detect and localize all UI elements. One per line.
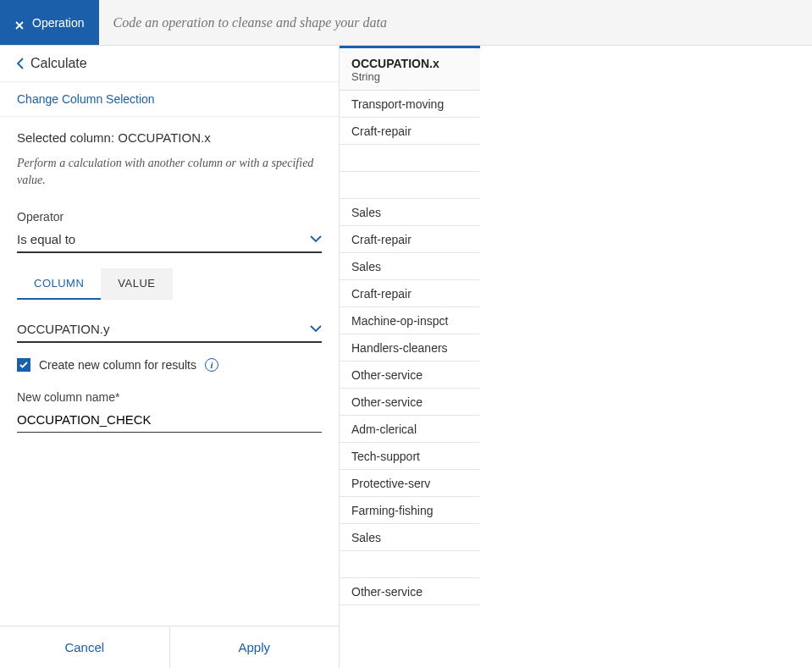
check-icon bbox=[19, 362, 28, 368]
cancel-button[interactable]: Cancel bbox=[0, 627, 170, 668]
preview-rows: Transport-movingCraft-repairSalesCraft-r… bbox=[340, 91, 812, 668]
create-new-column-checkbox[interactable] bbox=[17, 358, 30, 372]
operation-tag-label: Operation bbox=[32, 16, 84, 30]
table-cell[interactable]: Handlers-cleaners bbox=[340, 334, 480, 362]
preview-column-header[interactable]: OCCUPATION.x String bbox=[340, 46, 480, 91]
operation-tag[interactable]: Operation bbox=[0, 0, 99, 45]
comparison-tabs: COLUMN VALUE bbox=[17, 268, 173, 300]
chevron-down-icon bbox=[310, 235, 322, 242]
table-cell[interactable]: Other-service bbox=[340, 389, 480, 416]
apply-button[interactable]: Apply bbox=[170, 627, 340, 668]
info-icon[interactable]: i bbox=[205, 358, 218, 372]
table-cell[interactable]: Craft-repair bbox=[340, 118, 480, 145]
create-new-column-label: Create new column for results bbox=[39, 358, 196, 372]
table-cell[interactable]: Farming-fishing bbox=[340, 497, 480, 524]
table-cell[interactable]: Sales bbox=[340, 253, 480, 280]
table-cell[interactable] bbox=[340, 145, 480, 172]
operator-select[interactable]: Is equal to bbox=[17, 229, 322, 253]
table-cell[interactable]: Other-service bbox=[340, 362, 480, 389]
change-column-link[interactable]: Change Column Selection bbox=[0, 82, 339, 117]
operator-label: Operator bbox=[17, 210, 322, 224]
table-cell[interactable]: Craft-repair bbox=[340, 226, 480, 253]
table-cell[interactable]: Craft-repair bbox=[340, 280, 480, 307]
chevron-left-icon bbox=[17, 58, 24, 69]
tab-value[interactable]: VALUE bbox=[101, 268, 172, 300]
chevron-down-icon bbox=[310, 325, 322, 332]
selected-column-label: Selected column: OCCUPATION.x bbox=[17, 130, 322, 145]
command-input[interactable] bbox=[113, 15, 798, 30]
table-cell[interactable]: Other-service bbox=[340, 578, 480, 605]
help-text: Perform a calculation with another colum… bbox=[17, 155, 322, 190]
new-column-name-input[interactable] bbox=[17, 409, 322, 433]
panel-title: Calculate bbox=[30, 56, 87, 71]
breadcrumb-back[interactable]: Calculate bbox=[0, 46, 339, 82]
table-cell[interactable]: Protective-serv bbox=[340, 470, 480, 497]
table-cell[interactable] bbox=[340, 551, 480, 578]
table-cell[interactable]: Sales bbox=[340, 524, 480, 551]
tab-column[interactable]: COLUMN bbox=[17, 268, 101, 300]
table-cell[interactable]: Adm-clerical bbox=[340, 416, 480, 443]
comparison-column-select[interactable]: OCCUPATION.y bbox=[17, 318, 322, 343]
table-cell[interactable]: Transport-moving bbox=[340, 91, 480, 118]
new-column-name-label: New column name* bbox=[17, 390, 322, 404]
table-cell[interactable] bbox=[340, 172, 480, 199]
close-icon[interactable] bbox=[15, 19, 24, 27]
table-cell[interactable]: Sales bbox=[340, 199, 480, 226]
table-cell[interactable]: Tech-support bbox=[340, 443, 480, 470]
table-cell[interactable]: Machine-op-inspct bbox=[340, 307, 480, 334]
